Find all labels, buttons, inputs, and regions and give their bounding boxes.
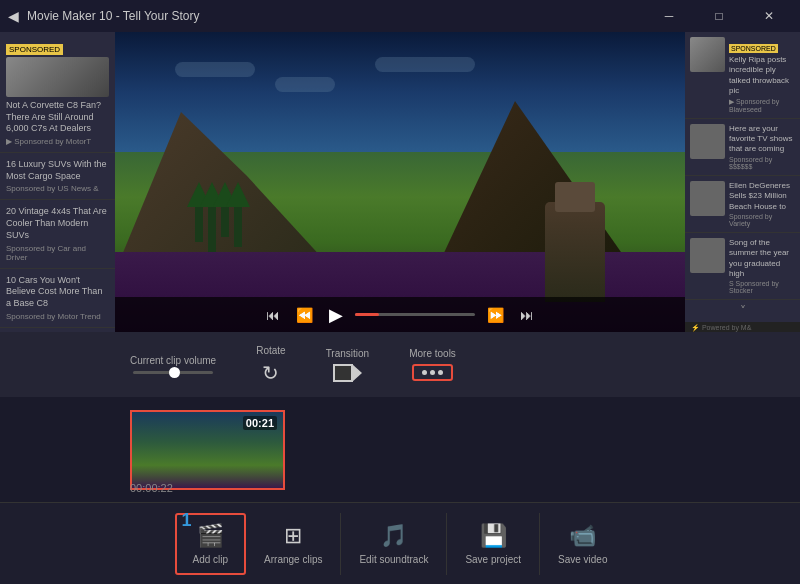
ad-source-1: ▶ Sponsored by MotorT <box>6 137 109 146</box>
tree-1 <box>195 202 203 242</box>
sponsored-label: SPONSORED <box>6 44 63 55</box>
right-ad-content-3: Ellen DeGeneres Sells $23 Million Beach … <box>729 181 795 227</box>
main-area: SPONSORED Not A Corvette C8 Fan? There A… <box>0 32 800 332</box>
ad-source-3: Sponsored by Car and Driver <box>6 244 109 262</box>
tree-2 <box>208 202 216 252</box>
save-project-label: Save project <box>465 554 521 565</box>
right-ad-content-1: SPONSORED Kelly Ripa posts incredible pl… <box>729 37 795 113</box>
titlebar-left: ◀ Movie Maker 10 - Tell Your Story <box>8 8 200 24</box>
add-clip-button[interactable]: 1 🎬 Add clip <box>175 513 247 575</box>
minimize-button[interactable]: ─ <box>646 0 692 32</box>
right-ad-text-1: Kelly Ripa posts incredible ply talked t… <box>729 55 795 97</box>
right-ad-content-2: Here are your favorite TV shows that are… <box>729 124 795 170</box>
right-ad-source-2: Sponsored by $$$$$$ <box>729 156 795 170</box>
tree-group <box>195 202 242 252</box>
more-tools-control[interactable]: More tools <box>409 348 456 381</box>
transition-icon-box <box>333 364 353 382</box>
edit-soundtrack-icon: 🎵 <box>380 523 407 549</box>
ad-text-3: 20 Vintage 4x4s That Are Cooler Than Mod… <box>6 206 109 241</box>
app-title: Movie Maker 10 - Tell Your Story <box>27 9 200 23</box>
rotate-control[interactable]: Rotate ↻ <box>256 345 285 385</box>
transition-control[interactable]: Transition <box>326 348 370 382</box>
tree-4 <box>234 202 242 247</box>
progress-bar[interactable] <box>355 313 475 316</box>
video-player[interactable]: ⏮ ⏪ ▶ ⏩ ⏭ <box>115 32 685 332</box>
right-sponsored-1: SPONSORED <box>729 44 778 53</box>
volume-thumb <box>169 367 180 378</box>
right-ad-3[interactable]: Ellen DeGeneres Sells $23 Million Beach … <box>685 176 800 233</box>
more-tools-label: More tools <box>409 348 456 359</box>
powered-by-right: ⚡ Powered by M& <box>685 322 800 332</box>
character <box>545 202 605 302</box>
rotate-label: Rotate <box>256 345 285 356</box>
left-ad-3[interactable]: 20 Vintage 4x4s That Are Cooler Than Mod… <box>0 200 115 268</box>
transition-label: Transition <box>326 348 370 359</box>
ad-text-1: Not A Corvette C8 Fan? There Are Still A… <box>6 100 109 135</box>
right-ad-source-4: S Sponsored by Stocker <box>729 280 795 294</box>
clouds <box>155 52 645 112</box>
play-button[interactable]: ▶ <box>325 302 347 328</box>
close-button[interactable]: ✕ <box>746 0 792 32</box>
right-ad-text-2: Here are your favorite TV shows that are… <box>729 124 795 155</box>
transition-icon-container <box>333 364 362 382</box>
timeline: 00:21 00:00:22 <box>0 397 800 502</box>
badge-number-1: 1 <box>182 510 192 531</box>
arrange-clips-button[interactable]: ⊞ Arrange clips <box>246 513 341 575</box>
left-ad-2[interactable]: 16 Luxury SUVs With the Most Cargo Space… <box>0 153 115 200</box>
ad-text-4: 10 Cars You Won't Believe Cost More Than… <box>6 275 109 310</box>
right-ad-text-4: Song of the summer the year you graduate… <box>729 238 795 280</box>
left-ad-1[interactable]: SPONSORED Not A Corvette C8 Fan? There A… <box>0 32 115 153</box>
clip-thumbnail[interactable]: 00:21 <box>130 410 285 490</box>
volume-slider[interactable] <box>133 371 213 374</box>
left-ad-panel: SPONSORED Not A Corvette C8 Fan? There A… <box>0 32 115 332</box>
right-chevron[interactable]: ˅ <box>685 300 800 322</box>
ad-source-4: Sponsored by Motor Trend <box>6 312 109 321</box>
maximize-button[interactable]: □ <box>696 0 742 32</box>
save-video-icon: 📹 <box>569 523 596 549</box>
bottom-toolbar: 1 🎬 Add clip ⊞ Arrange clips 🎵 Edit soun… <box>0 502 800 584</box>
right-ad-content-4: Song of the summer the year you graduate… <box>729 238 795 295</box>
save-video-button[interactable]: 📹 Save video <box>540 513 625 575</box>
add-clip-label: Add clip <box>193 554 229 565</box>
skip-next-button[interactable]: ⏭ <box>516 305 538 325</box>
progress-fill <box>355 313 379 316</box>
right-ad-source-1: ▶ Sponsored by Blaveseed <box>729 98 795 113</box>
dot-3 <box>438 370 443 375</box>
right-ad-2[interactable]: Here are your favorite TV shows that are… <box>685 119 800 176</box>
timeline-timecode: 00:00:22 <box>130 482 173 494</box>
volume-label: Current clip volume <box>130 355 216 366</box>
ad-image-car <box>6 57 109 97</box>
right-ad-4[interactable]: Song of the summer the year you graduate… <box>685 233 800 301</box>
right-ad-img-2 <box>690 124 725 159</box>
skip-prev-button[interactable]: ⏮ <box>262 305 284 325</box>
tree-3 <box>221 202 229 237</box>
save-project-icon: 💾 <box>480 523 507 549</box>
more-tools-box[interactable] <box>412 364 453 381</box>
clip-duration: 00:21 <box>243 416 277 430</box>
titlebar: ◀ Movie Maker 10 - Tell Your Story ─ □ ✕ <box>0 0 800 32</box>
edit-soundtrack-button[interactable]: 🎵 Edit soundtrack <box>341 513 447 575</box>
save-project-button[interactable]: 💾 Save project <box>447 513 540 575</box>
transition-arrow-icon <box>352 364 362 382</box>
right-ad-panel: SPONSORED Kelly Ripa posts incredible pl… <box>685 32 800 332</box>
toolbar: Current clip volume Rotate ↻ Transition … <box>0 332 800 397</box>
cloud-3 <box>375 57 475 72</box>
right-ad-img-1 <box>690 37 725 72</box>
dot-2 <box>430 370 435 375</box>
save-video-label: Save video <box>558 554 607 565</box>
volume-control[interactable]: Current clip volume <box>130 355 216 374</box>
right-ad-1[interactable]: SPONSORED Kelly Ripa posts incredible pl… <box>685 32 800 119</box>
forward-button[interactable]: ⏩ <box>483 305 508 325</box>
rotate-icon: ↻ <box>262 361 279 385</box>
rewind-button[interactable]: ⏪ <box>292 305 317 325</box>
cloud-2 <box>275 77 335 92</box>
back-button[interactable]: ◀ <box>8 8 19 24</box>
right-ad-img-4 <box>690 238 725 273</box>
arrange-clips-label: Arrange clips <box>264 554 322 565</box>
arrange-clips-icon: ⊞ <box>284 523 302 549</box>
cloud-1 <box>175 62 255 77</box>
edit-soundtrack-label: Edit soundtrack <box>359 554 428 565</box>
titlebar-controls: ─ □ ✕ <box>646 0 792 32</box>
left-ad-4[interactable]: 10 Cars You Won't Believe Cost More Than… <box>0 269 115 328</box>
video-controls: ⏮ ⏪ ▶ ⏩ ⏭ <box>115 297 685 332</box>
